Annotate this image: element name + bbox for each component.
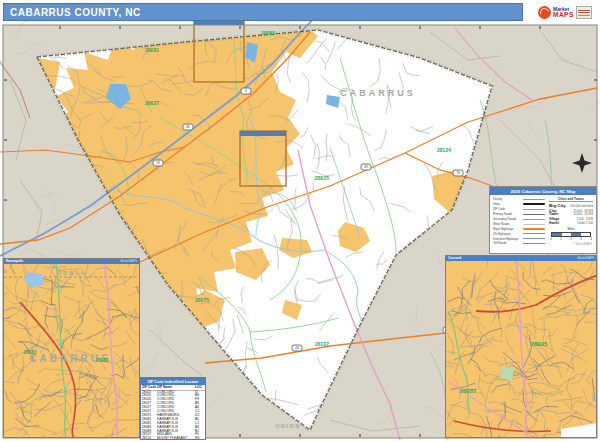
title-bar: CABARRUS COUNTY, NC xyxy=(3,3,523,21)
scale-bar-block: Miles 01234 xyxy=(549,227,593,241)
logo-tagline-box xyxy=(576,6,592,19)
city-size-row: HamletUnder 2,500 xyxy=(549,221,593,226)
scale-ticks: 01234 xyxy=(549,237,593,241)
col-zip-code: ZIP Code xyxy=(141,385,157,390)
col-loc: LOC xyxy=(195,385,205,390)
map-poster: CABARRUS COUNTY, NC Market MAPS CABARRUS… xyxy=(0,0,600,442)
scale-tick: 3 xyxy=(580,237,582,241)
legend-credit: © MarketMAPS xyxy=(549,242,593,246)
inset-map-kannapolis: Kannapolis MarketMAPS ROWANCABARRUS28081… xyxy=(3,258,140,438)
marketmaps-logo: Market MAPS xyxy=(538,2,598,23)
scale-tick: 4 xyxy=(590,237,592,241)
inset-right-map xyxy=(446,261,597,438)
logo-globe-icon xyxy=(538,6,551,19)
cities-rows: Big City100,000 and moreCity25,000 - 99,… xyxy=(549,203,593,226)
inset-left-map xyxy=(4,264,140,438)
zip-table-body: 28025CONCORDI528025CONCORDB628026CONCORD… xyxy=(141,391,205,440)
zip-table-header: ZIP Code Index/Grid Locator xyxy=(141,378,205,385)
cities-header: Cities and Towns xyxy=(549,197,593,202)
zip-table-row: 28124MOUNT PLEASANTH3 xyxy=(141,437,205,440)
scale-tick: 0 xyxy=(550,237,552,241)
scale-label: Miles xyxy=(549,227,593,231)
scale-tick: 1 xyxy=(560,237,562,241)
scale-bar xyxy=(551,232,591,237)
page-title: CABARRUS COUNTY, NC xyxy=(4,7,141,18)
legend-line-items: CountyStateZIP CodePrimary RoadsSecondar… xyxy=(493,197,549,246)
zip-index-table: ZIP Code Index/Grid Locator ZIP Code ZIP… xyxy=(140,377,206,440)
logo-word-maps: MAPS xyxy=(553,12,574,19)
legend-item: Toll Roads xyxy=(493,241,549,246)
legend-title: 2016 Cabarrus County, NC Map xyxy=(490,187,596,195)
col-zip-name: ZIP Name xyxy=(157,385,195,390)
legend: 2016 Cabarrus County, NC Map CountyState… xyxy=(489,186,597,254)
inset-map-concord: Concord MarketMAPS 2802528027 xyxy=(445,255,597,438)
scale-tick: 2 xyxy=(570,237,572,241)
